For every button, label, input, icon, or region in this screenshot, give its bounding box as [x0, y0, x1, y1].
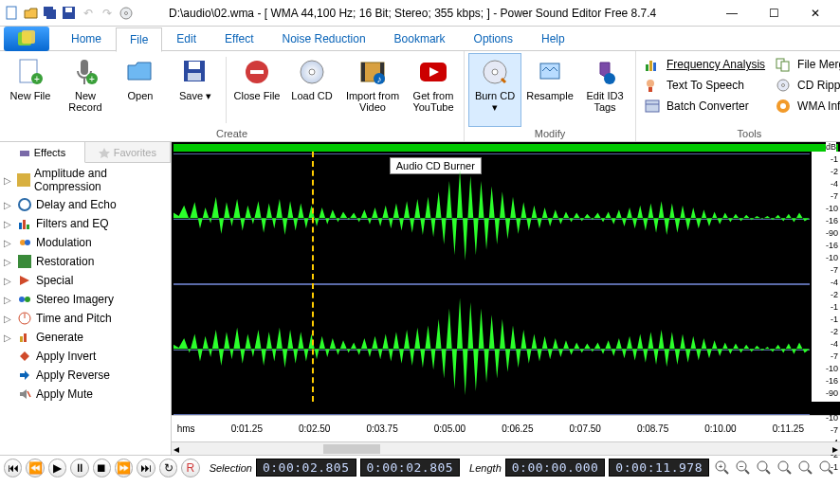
selection-overview[interactable] [173, 144, 838, 152]
maximize-button[interactable]: ☐ [753, 0, 794, 27]
cd-ripper-button[interactable]: CD Ripper [773, 76, 840, 95]
channel-left[interactable] [173, 153, 810, 284]
open-icon[interactable] [23, 5, 40, 22]
import-video-button[interactable]: ♪Import from Video [340, 53, 405, 127]
menu-bookmark[interactable]: Bookmark [380, 27, 460, 51]
skip-start-button[interactable]: ⏮ [4, 459, 22, 477]
close-button[interactable]: ✕ [794, 0, 836, 27]
tree-item[interactable]: ▷Restoration [0, 252, 171, 271]
svg-point-31 [492, 69, 498, 75]
cd-icon[interactable] [118, 5, 135, 22]
svg-line-67 [745, 470, 749, 474]
tree-item[interactable]: ▷Amplitude and Compression [0, 165, 171, 195]
stop-button[interactable]: ⏹ [93, 459, 111, 477]
tree-item[interactable]: ▷Modulation [0, 233, 171, 252]
selection-end-time: 0:00:02.805 [360, 459, 461, 477]
ribbon-group-create: +New File +New Record Open Save ▾ Close … [0, 51, 465, 141]
forward-button[interactable]: ⏩ [115, 459, 133, 477]
menu-effect[interactable]: Effect [210, 27, 267, 51]
tree-item[interactable]: ▷Special [0, 271, 171, 290]
zoom-out-button[interactable]: − [734, 459, 753, 477]
menu-home[interactable]: Home [57, 27, 116, 51]
tree-item[interactable]: ▷Apply Mute [0, 385, 171, 404]
svg-rect-51 [23, 220, 26, 229]
get-youtube-button[interactable]: Get from YouTube [407, 53, 460, 127]
effects-tree[interactable]: ▷Amplitude and Compression ▷Delay and Ec… [0, 163, 171, 455]
zoom-in-button[interactable]: + [713, 459, 732, 477]
redo-icon[interactable]: ↷ [99, 5, 116, 22]
svg-point-69 [758, 461, 767, 471]
playhead-cursor[interactable] [312, 152, 314, 402]
svg-line-64 [724, 470, 728, 474]
sidebar-tab-favorites[interactable]: Favorites [85, 142, 171, 162]
tree-item[interactable]: ▷Delay and Echo [0, 195, 171, 214]
loop-button[interactable]: ↻ [159, 459, 177, 477]
new-record-button[interactable]: +New Record [59, 53, 112, 127]
waveform-area[interactable]: dB Audio CD Burner -1-2-4-7-10-16-90-16-… [172, 142, 840, 455]
tree-item[interactable]: ▷Stereo Imagery [0, 290, 171, 309]
workspace: Effects Favorites ▷Amplitude and Compres… [0, 142, 840, 455]
new-icon[interactable] [4, 5, 21, 22]
tree-item[interactable]: ▷Generate [0, 328, 171, 347]
scroll-thumb[interactable] [323, 444, 380, 454]
rewind-button[interactable]: ⏪ [26, 459, 44, 477]
svg-rect-38 [646, 100, 659, 112]
file-merger-button[interactable]: File Merger [773, 55, 840, 74]
open-label: Open [128, 90, 154, 101]
close-file-button[interactable]: Close File [230, 53, 283, 127]
svg-text:−: − [740, 462, 744, 471]
burn-cd-button[interactable]: Burn CD ▾ [468, 53, 521, 127]
svg-rect-36 [653, 63, 656, 71]
burn-cd-label: Burn CD ▾ [471, 90, 519, 113]
load-cd-button[interactable]: Load CD [285, 53, 338, 127]
svg-rect-50 [19, 223, 22, 229]
tree-item[interactable]: ▷Apply Invert [0, 347, 171, 366]
new-file-label: New File [10, 90, 51, 101]
frequency-analysis-label: Frequency Analysis [667, 58, 765, 71]
modulation-icon [17, 235, 32, 250]
frequency-analysis-button[interactable]: Frequency Analysis [642, 55, 767, 74]
time-pitch-icon [17, 311, 32, 326]
zoom-fit-button[interactable] [755, 459, 774, 477]
record-button[interactable]: R [181, 459, 199, 477]
new-file-button[interactable]: +New File [4, 53, 57, 127]
resample-button[interactable]: Resample [523, 53, 576, 127]
svg-rect-18 [188, 73, 201, 81]
menu-options[interactable]: Options [460, 27, 527, 51]
svg-rect-55 [18, 255, 31, 268]
wma-info-button[interactable]: WMA Info [773, 97, 840, 116]
tree-item[interactable]: ▷Time and Pitch [0, 309, 171, 328]
menu-file[interactable]: File [116, 27, 162, 52]
menu-noise-reduction[interactable]: Noise Reduction [268, 27, 380, 51]
batch-converter-button[interactable]: Batch Converter [642, 97, 767, 116]
app-logo[interactable] [4, 27, 49, 51]
save-button[interactable]: Save ▾ [169, 53, 222, 127]
channel-right[interactable] [173, 284, 810, 415]
zoom-selection-button[interactable] [776, 459, 794, 477]
window-title: D:\audio\02.wma - [ WMA 44,100 Hz; 16 Bi… [135, 7, 711, 20]
svg-rect-0 [7, 7, 16, 19]
ribbon-group-modify: Burn CD ▾ Resample Edit ID3 Tags Modify [465, 51, 636, 141]
skip-end-button[interactable]: ⏭ [137, 459, 155, 477]
save-all-icon[interactable] [42, 5, 59, 22]
tree-item[interactable]: ▷Filters and EQ [0, 214, 171, 233]
svg-rect-41 [781, 62, 789, 71]
pause-button[interactable]: ⏸ [70, 459, 88, 477]
menu-edit[interactable]: Edit [162, 27, 210, 51]
text-to-speech-button[interactable]: Text To Speech [642, 76, 767, 95]
edit-id3-button[interactable]: Edit ID3 Tags [578, 53, 631, 127]
minimize-button[interactable]: — [711, 0, 753, 27]
sidebar-tab-effects[interactable]: Effects [0, 142, 85, 163]
horizontal-scrollbar[interactable]: ◂ ▸ [172, 441, 840, 455]
tree-item[interactable]: ▷Apply Reverse [0, 366, 171, 385]
menu-help[interactable]: Help [527, 27, 579, 51]
open-button[interactable]: Open [114, 53, 167, 127]
save-icon[interactable] [61, 5, 78, 22]
svg-point-73 [799, 461, 809, 471]
group-tools-title: Tools [640, 127, 840, 141]
play-button[interactable]: ▶ [48, 459, 66, 477]
group-modify-title: Modify [468, 127, 631, 141]
length-label: Length [469, 462, 502, 474]
undo-icon[interactable]: ↶ [80, 5, 97, 22]
svg-text:+: + [719, 462, 723, 471]
